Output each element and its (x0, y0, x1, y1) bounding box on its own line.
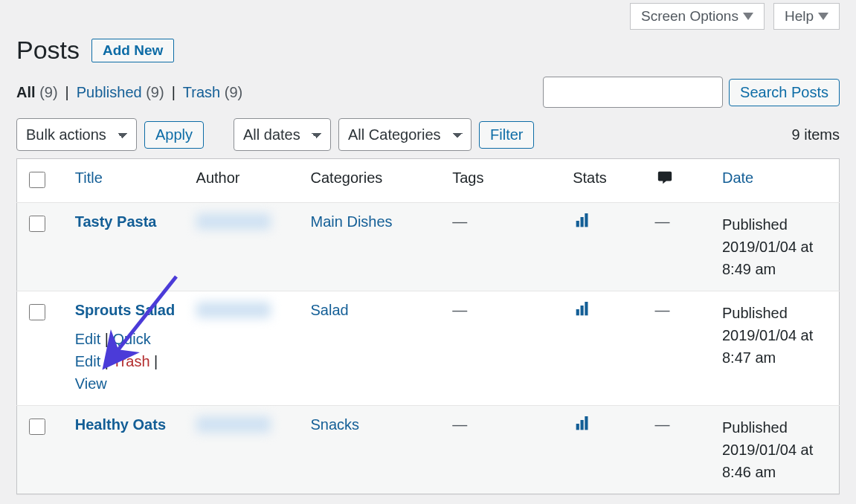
tags-empty: — (452, 302, 467, 318)
view-published[interactable]: Published (77, 84, 142, 100)
stats-icon[interactable] (573, 303, 592, 320)
col-stats: Stats (564, 159, 646, 203)
apply-button[interactable]: Apply (144, 121, 204, 149)
author-cell (196, 416, 271, 433)
bulk-actions-select[interactable]: Bulk actions (16, 118, 137, 151)
table-row: Sprouts Salad Edit | Quick Edit | Trash … (17, 291, 840, 406)
chevron-down-icon (743, 13, 753, 20)
post-title-link[interactable]: Healthy Oats (75, 416, 166, 433)
post-title-link[interactable]: Tasty Pasta (75, 213, 157, 230)
view-filters: All (9) | Published (9) | Trash (9) (16, 84, 242, 101)
view-trash-count: (9) (225, 84, 242, 100)
date-value: 2019/01/04 at 8:46 am (722, 442, 813, 480)
row-checkbox[interactable] (29, 216, 45, 232)
date-status: Published (722, 419, 788, 436)
category-link[interactable]: Salad (311, 302, 349, 318)
author-cell (196, 213, 271, 230)
comments-empty: — (655, 302, 670, 318)
filter-button[interactable]: Filter (479, 121, 534, 149)
view-all-count: (9) (39, 84, 57, 100)
view-link[interactable]: View (75, 375, 107, 392)
chevron-down-icon (818, 13, 828, 20)
select-all-checkbox[interactable] (29, 172, 45, 188)
svg-rect-4 (576, 309, 579, 315)
add-new-button[interactable]: Add New (91, 39, 174, 62)
table-row: Healthy Oats Snacks — — Published2019/01… (17, 406, 840, 494)
trash-link[interactable]: Trash (112, 353, 149, 369)
col-comments (646, 159, 713, 203)
posts-table: Title Author Categories Tags Stats Date … (16, 158, 840, 494)
category-link[interactable]: Main Dishes (311, 213, 393, 230)
date-status: Published (722, 216, 788, 233)
row-checkbox[interactable] (29, 304, 45, 320)
post-title-link[interactable]: Sprouts Salad (75, 302, 175, 318)
svg-rect-8 (581, 420, 584, 430)
view-trash[interactable]: Trash (183, 84, 220, 100)
help-button[interactable]: Help (773, 3, 840, 30)
tags-empty: — (452, 213, 467, 230)
date-status: Published (722, 305, 788, 321)
view-all[interactable]: All (16, 84, 36, 100)
stats-icon[interactable] (573, 418, 592, 434)
screen-options-button[interactable]: Screen Options (630, 3, 765, 30)
svg-rect-9 (585, 416, 588, 430)
tags-empty: — (452, 416, 467, 433)
col-author: Author (187, 159, 302, 203)
row-actions: Edit | Quick Edit | Trash | View (75, 328, 178, 395)
view-published-count: (9) (146, 84, 164, 100)
table-row: Tasty Pasta Main Dishes — — Published201… (17, 203, 840, 291)
col-title[interactable]: Title (66, 159, 187, 203)
svg-rect-6 (585, 302, 588, 315)
svg-rect-7 (576, 424, 579, 430)
col-date[interactable]: Date (713, 159, 840, 203)
search-input[interactable] (543, 77, 723, 108)
categories-select[interactable]: All Categories (338, 118, 472, 151)
stats-icon[interactable] (573, 215, 592, 231)
col-categories: Categories (302, 159, 444, 203)
items-count: 9 items (792, 126, 840, 143)
comment-icon (655, 172, 675, 189)
date-value: 2019/01/04 at 8:49 am (722, 239, 813, 277)
author-cell (196, 302, 271, 318)
svg-rect-1 (581, 217, 584, 227)
help-label: Help (785, 8, 814, 25)
comments-empty: — (655, 213, 670, 230)
edit-link[interactable]: Edit (75, 331, 100, 347)
dates-select[interactable]: All dates (234, 118, 331, 151)
screen-options-label: Screen Options (641, 8, 738, 25)
category-link[interactable]: Snacks (311, 416, 360, 433)
col-tags: Tags (443, 159, 564, 203)
date-value: 2019/01/04 at 8:47 am (722, 327, 813, 366)
svg-rect-2 (585, 213, 588, 227)
svg-rect-5 (581, 306, 584, 315)
row-checkbox[interactable] (29, 419, 45, 435)
svg-rect-0 (576, 221, 579, 227)
comments-empty: — (655, 416, 670, 433)
page-title: Posts (16, 36, 80, 65)
search-button[interactable]: Search Posts (729, 79, 840, 106)
